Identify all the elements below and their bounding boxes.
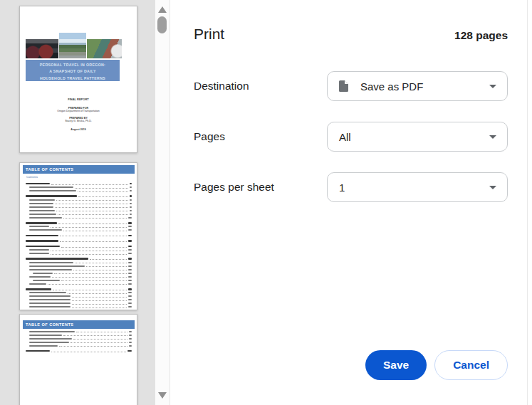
pages-label: Pages (194, 130, 225, 143)
toc-contents-label: Contents (26, 175, 38, 179)
panel-header: Print 128 pages (194, 26, 508, 43)
print-preview-pane: PERSONAL TRAVEL IN OREGON: A SNAPSHOT OF… (0, 0, 155, 405)
cover-date: August 2019 (20, 128, 137, 131)
toc-header-bar: TABLE OF CONTENTS (23, 320, 135, 329)
cover-title-banner: PERSONAL TRAVEL IN OREGON: A SNAPSHOT OF… (26, 60, 120, 81)
page-count-label: 128 pages (454, 29, 508, 42)
triangle-up-icon (158, 6, 167, 13)
cover-title-line: HOUSEHOLD TRAVEL PATTERNS (26, 75, 120, 82)
toc-entries (26, 330, 132, 353)
cancel-button[interactable]: Cancel (434, 350, 508, 380)
destination-value: Save as PDF (360, 80, 423, 93)
chevron-down-icon (489, 186, 496, 189)
window-edge-divider (527, 0, 528, 405)
dialog-actions: Save Cancel (365, 350, 508, 380)
cover-title-line: PERSONAL TRAVEL IN OREGON: (26, 62, 120, 68)
preview-page-3-toc: TABLE OF CONTENTS (19, 314, 137, 405)
car-interior-photo (26, 39, 58, 58)
pages-field-row: Pages All (194, 122, 508, 152)
preview-page-1-cover: PERSONAL TRAVEL IN OREGON: A SNAPSHOT OF… (19, 6, 137, 153)
toc-row (26, 282, 132, 285)
destination-dropdown[interactable]: Save as PDF (327, 71, 508, 101)
toc-row (26, 216, 132, 219)
page-title: Print (194, 26, 224, 43)
toc-row (26, 233, 132, 237)
toc-row (26, 344, 132, 347)
cover-report-block: FINAL REPORT PREPARED FOR Oregon Departm… (20, 98, 137, 131)
pages-dropdown[interactable]: All (327, 122, 508, 152)
scroll-up-button[interactable] (155, 3, 169, 16)
toc-row (26, 189, 132, 193)
pages-per-sheet-label: Pages per sheet (194, 181, 274, 194)
street-bus-photo (87, 39, 122, 58)
pages-per-sheet-dropdown[interactable]: 1 (327, 172, 508, 202)
preview-page-2-toc: TABLE OF CONTENTS Contents (19, 162, 137, 310)
destination-field-row: Destination Save as PDF (194, 71, 508, 101)
cover-prepared-by: Stacey G. Bricka, Ph.D. (20, 120, 137, 122)
chevron-down-icon (489, 135, 496, 139)
preview-scrollbar[interactable] (155, 0, 170, 405)
save-button[interactable]: Save (365, 350, 427, 380)
print-settings-panel: Print 128 pages Destination Save as PDF … (170, 0, 532, 405)
mountain-road-photo (59, 33, 86, 58)
chevron-down-icon (489, 85, 496, 88)
toc-row (26, 228, 132, 232)
scroll-down-button[interactable] (155, 389, 169, 402)
toc-row (26, 239, 132, 243)
cover-title-line: A SNAPSHOT OF DAILY (26, 68, 120, 75)
toc-row (26, 252, 132, 256)
toc-entries (26, 180, 132, 309)
pages-per-sheet-value: 1 (339, 182, 345, 194)
destination-label: Destination (194, 80, 249, 93)
pages-value: All (339, 131, 351, 143)
cover-prepared-for: Oregon Department of Transportation (20, 110, 137, 112)
toc-row (26, 349, 132, 353)
scrollbar-thumb[interactable] (157, 16, 167, 33)
toc-row (26, 305, 132, 309)
cover-final-report: FINAL REPORT (20, 98, 137, 101)
toc-header-bar: TABLE OF CONTENTS (23, 165, 135, 174)
triangle-down-icon (158, 392, 167, 399)
pdf-file-icon (339, 80, 348, 92)
pages-per-sheet-field-row: Pages per sheet 1 (194, 172, 508, 202)
